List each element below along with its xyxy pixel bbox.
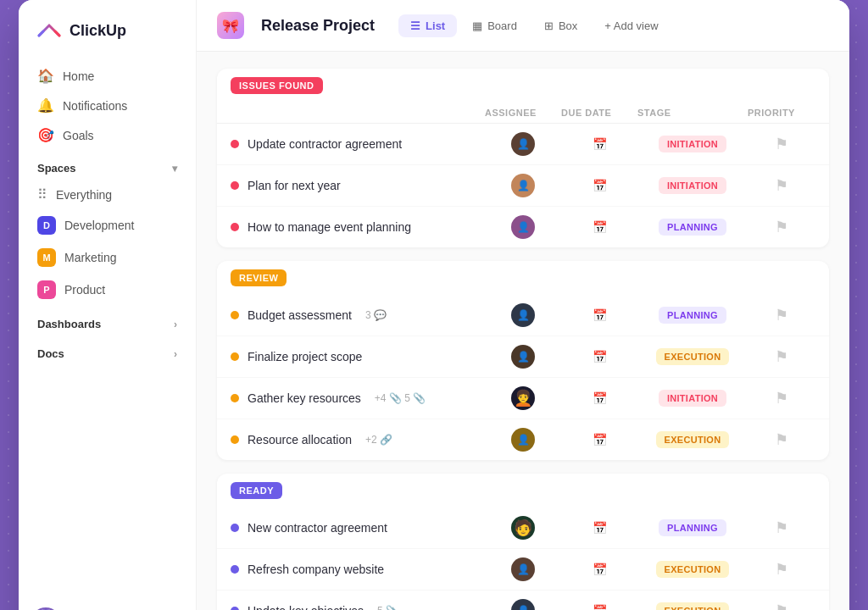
tab-list[interactable]: ☰ List [398, 14, 457, 37]
task-name: How to manage event planning [231, 220, 485, 234]
content-area: ISSUES FOUND ASSIGNEE DUE DATE STAGE PRI… [197, 52, 849, 610]
stage-cell: EXECUTION [637, 602, 748, 610]
stage-badge: EXECUTION [656, 431, 730, 448]
table-row[interactable]: Resource allocation +2 🔗 👤 📅 EXECUTION ⚑ [217, 419, 829, 460]
date-cell: 📅 [561, 604, 637, 610]
table-row[interactable]: Refresh company website 👤 📅 EXECUTION ⚑ [217, 549, 829, 591]
stage-cell: INITIATION [637, 136, 748, 152]
stage-badge: EXECUTION [656, 602, 730, 610]
table-row[interactable]: Budget assessment 3 💬 👤 📅 PLANNING ⚑ [217, 295, 829, 336]
avatar: 🧑‍🦱 [511, 386, 535, 410]
board-icon: ▦ [472, 19, 482, 32]
dev-dot: D [37, 216, 56, 235]
task-name: Update contractor agreement [231, 137, 485, 151]
table-header: ASSIGNEE DUE DATE STAGE PRIORITY [217, 103, 829, 124]
table-row[interactable]: Plan for next year 👤 📅 INITIATION ⚑ [217, 165, 829, 207]
assignee-cell: 👤 [485, 345, 561, 369]
task-name: Budget assessment 3 💬 [231, 308, 485, 322]
table-row[interactable]: How to manage event planning 👤 📅 PLANNIN… [217, 207, 829, 247]
priority-cell: ⚑ [748, 135, 815, 153]
stage-badge: PLANNING [659, 519, 726, 536]
stage-cell: PLANNING [637, 219, 748, 236]
clickup-logo-icon [36, 17, 63, 44]
stage-badge: INITIATION [659, 390, 726, 407]
stage-cell: EXECUTION [637, 348, 748, 365]
date-cell: 📅 [561, 563, 637, 576]
marketing-label: Marketing [64, 251, 116, 264]
sidebar-item-notifications[interactable]: 🔔 Notifications [27, 91, 187, 120]
task-name: Plan for next year [231, 179, 485, 192]
task-dot-orange [231, 311, 239, 319]
task-dot-orange [231, 394, 239, 402]
spaces-section-header[interactable]: Spaces ▾ [27, 150, 187, 180]
task-name: Finalize project scope [231, 350, 485, 363]
chevron-right-icon-docs: › [174, 348, 177, 360]
sidebar-item-everything[interactable]: ⠿ Everything [27, 180, 187, 209]
stage-cell: INITIATION [637, 390, 748, 407]
docs-section-header[interactable]: Docs › [27, 336, 187, 365]
stage-badge: INITIATION [659, 136, 726, 152]
box-icon: ⊞ [544, 19, 554, 32]
priority-cell: ⚑ [748, 430, 815, 449]
date-cell: 📅 [561, 179, 637, 192]
task-dot-purple [231, 607, 239, 610]
assignee-cell: 👤 [485, 174, 561, 197]
home-label: Home [63, 69, 94, 83]
table-row[interactable]: Gather key resources +4 📎 5 📎 🧑‍🦱 📅 INIT… [217, 378, 829, 419]
date-cell: 📅 [561, 308, 637, 322]
table-row[interactable]: New contractor agreement 🧑 📅 PLANNING ⚑ [217, 507, 829, 549]
avatar: 👤 [511, 132, 535, 156]
dashboards-label: Dashboards [37, 318, 101, 330]
dashboards-section-header[interactable]: Dashboards › [27, 306, 187, 336]
tab-board[interactable]: ▦ Board [460, 14, 529, 37]
user-profile[interactable]: S 😊 ▾ [19, 601, 196, 610]
priority-cell: ⚑ [748, 347, 815, 366]
assignee-cell: 👤 [485, 132, 561, 156]
assignee-cell: 🧑 [485, 516, 561, 540]
group-badge-review: REVIEW [231, 269, 287, 286]
goals-icon: 🎯 [37, 127, 54, 143]
avatar: 👤 [511, 303, 535, 327]
task-extras: 5 📎 [377, 605, 398, 610]
main-content: 🎀 Release Project ☰ List ▦ Board ⊞ Box +… [197, 0, 849, 610]
stage-cell: PLANNING [637, 307, 748, 324]
tab-box[interactable]: ⊞ Box [532, 14, 589, 37]
priority-cell: ⚑ [748, 560, 815, 579]
table-row[interactable]: Finalize project scope 👤 📅 EXECUTION ⚑ [217, 336, 829, 378]
development-label: Development [64, 219, 135, 232]
add-view-button[interactable]: + Add view [593, 14, 670, 37]
task-extras: +4 📎 5 📎 [375, 392, 426, 404]
project-icon: 🎀 [217, 12, 244, 39]
goals-label: Goals [63, 129, 94, 142]
sidebar-item-marketing[interactable]: M Marketing [27, 241, 187, 274]
product-label: Product [64, 283, 105, 297]
group-badge-ready: READY [231, 482, 282, 499]
task-dot-red [231, 223, 239, 231]
task-group-issues: ISSUES FOUND ASSIGNEE DUE DATE STAGE PRI… [217, 69, 829, 247]
task-name: Gather key resources +4 📎 5 📎 [231, 391, 485, 405]
stage-badge: EXECUTION [656, 348, 730, 365]
avatar: 👤 [511, 557, 535, 581]
logo[interactable]: ClickUp [19, 17, 196, 61]
avatar: 👤 [511, 345, 535, 369]
priority-cell: ⚑ [748, 218, 815, 236]
sidebar-item-home[interactable]: 🏠 Home [27, 61, 187, 91]
assignee-cell: 👤 [485, 599, 561, 610]
table-row[interactable]: Update contractor agreement 👤 📅 INITIATI… [217, 124, 829, 165]
avatar: 👤 [511, 599, 535, 610]
stage-cell: INITIATION [637, 177, 748, 194]
priority-cell: ⚑ [748, 176, 815, 195]
sidebar-item-goals[interactable]: 🎯 Goals [27, 120, 187, 150]
grid-icon: ⠿ [37, 186, 47, 202]
avatar: 🧑 [511, 516, 535, 540]
task-name: Update key objectives 5 📎 [231, 604, 485, 610]
task-dot-orange [231, 435, 239, 444]
task-name: New contractor agreement [231, 521, 485, 535]
stage-cell: EXECUTION [637, 431, 748, 448]
date-cell: 📅 [561, 391, 637, 405]
sidebar-item-product[interactable]: P Product [27, 274, 187, 306]
sidebar-item-development[interactable]: D Development [27, 209, 187, 241]
avatar: 👤 [511, 215, 535, 239]
group-header-issues: ISSUES FOUND [217, 69, 829, 103]
table-row[interactable]: Update key objectives 5 📎 👤 📅 EXECUTION … [217, 591, 829, 610]
